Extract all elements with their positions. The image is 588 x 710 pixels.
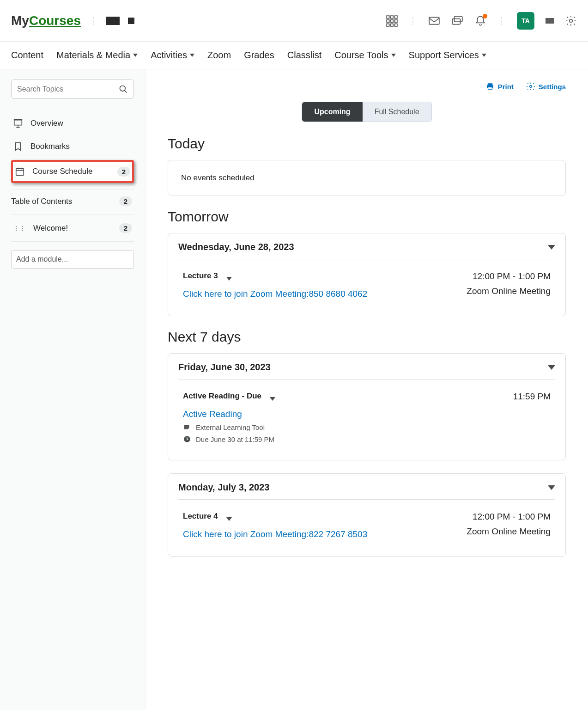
svg-rect-6 [387, 24, 389, 26]
clock-icon [183, 435, 191, 443]
lecture4-title-row: Lecture 4 [183, 512, 367, 521]
lecture4-zoom-link[interactable]: Click here to join Zoom Meeting:822 7267… [183, 529, 367, 539]
avatar[interactable]: TA [517, 12, 534, 30]
lecture3-title: Lecture 3 [183, 271, 218, 281]
expand-chevron-icon[interactable] [226, 517, 232, 521]
lecture3-event: Lecture 3 Click here to join Zoom Meetin… [178, 269, 555, 307]
sidebar-item-bookmarks[interactable]: Bookmarks [11, 135, 134, 158]
lecture4-left: Lecture 4 Click here to join Zoom Meetin… [183, 512, 367, 539]
tab-full-schedule[interactable]: Full Schedule [363, 102, 431, 122]
today-empty-card: No events scheduled [168, 160, 566, 196]
lecture3-time: 12:00 PM - 1:00 PM [467, 271, 551, 282]
redacted-block-3 [546, 18, 554, 24]
nav-activities[interactable]: Activities [151, 50, 194, 61]
collapse-chevron-icon[interactable] [548, 485, 555, 490]
settings-label: Settings [539, 83, 566, 91]
main-content: Print Settings Upcoming Full Schedule To… [145, 69, 588, 710]
collapse-chevron-icon[interactable] [548, 365, 555, 370]
gear-icon[interactable] [565, 15, 577, 27]
welcome-badge: 2 [119, 223, 132, 233]
svg-rect-4 [391, 19, 393, 22]
lecture3-title-row: Lecture 3 [183, 271, 367, 281]
tomorrow-heading: Tomorrow [168, 209, 566, 225]
main-actions: Print Settings [168, 82, 566, 91]
calendar-icon [15, 166, 25, 177]
search-input[interactable] [17, 85, 119, 93]
svg-rect-7 [391, 24, 393, 26]
nav-content[interactable]: Content [11, 50, 43, 61]
collapse-chevron-icon[interactable] [548, 245, 555, 250]
divider-dots-3: ⋮ [497, 16, 506, 26]
ext-tool-label: External Learning Tool [196, 423, 265, 431]
print-label: Print [498, 83, 514, 91]
tomorrow-date-header: Wednesday, June 28, 2023 [178, 242, 555, 259]
sidebar: Overview Bookmarks Course Schedule 2 Tab… [0, 69, 145, 710]
sidebar-item-course-schedule[interactable]: Course Schedule 2 [11, 160, 134, 183]
gear-icon [527, 82, 535, 91]
nav-grades[interactable]: Grades [244, 50, 274, 61]
sidebar-item-overview[interactable]: Overview [11, 112, 134, 135]
nav-support[interactable]: Support Services [409, 50, 486, 61]
active-reading-right: 11:59 PM [513, 392, 551, 443]
svg-rect-0 [387, 16, 389, 18]
nav-course-tools[interactable]: Course Tools [334, 50, 395, 61]
mail-icon[interactable] [428, 15, 440, 27]
bookmark-icon [13, 141, 23, 152]
svg-rect-3 [387, 19, 389, 22]
nav-materials[interactable]: Materials & Media [56, 50, 138, 61]
print-icon [486, 82, 494, 91]
lecture4-location: Zoom Online Meeting [467, 526, 551, 537]
logo-my: My [11, 13, 29, 28]
body: Overview Bookmarks Course Schedule 2 Tab… [0, 69, 588, 710]
active-reading-left: Active Reading - Due Active Reading Exte… [183, 392, 275, 443]
bell-icon[interactable] [474, 15, 486, 27]
print-button[interactable]: Print [486, 82, 514, 91]
today-heading: Today [168, 136, 566, 152]
active-reading-event: Active Reading - Due Active Reading Exte… [178, 390, 555, 452]
drag-handle-icon[interactable]: ⋮⋮ [13, 225, 26, 232]
svg-rect-19 [16, 169, 24, 176]
settings-button[interactable]: Settings [527, 82, 566, 91]
monday-date: Monday, July 3, 2023 [178, 482, 270, 493]
divider [11, 214, 134, 215]
active-reading-link[interactable]: Active Reading [183, 409, 242, 419]
search-box[interactable] [11, 80, 134, 99]
sidebar-item-welcome[interactable]: ⋮⋮ Welcome! 2 [11, 217, 134, 239]
nav-zoom[interactable]: Zoom [207, 50, 231, 61]
divider-dots: ⋮ [89, 16, 97, 26]
due-text: Due June 30 at 11:59 PM [196, 435, 274, 443]
search-icon [119, 85, 128, 94]
sidebar-toc-label: Table of Contents [11, 197, 72, 206]
add-module-input[interactable]: Add a module... [11, 250, 134, 269]
expand-chevron-icon[interactable] [270, 397, 275, 401]
top-header: MyCourses ⋮ ⋮ ⋮ TA [0, 0, 588, 42]
nav-grades-label: Grades [244, 50, 274, 61]
header-right: ⋮ ⋮ TA [386, 12, 577, 30]
chevron-down-icon [190, 54, 194, 57]
logo[interactable]: MyCourses [11, 13, 81, 28]
apps-icon[interactable] [386, 15, 398, 27]
chat-icon[interactable] [451, 15, 463, 27]
svg-point-12 [570, 19, 573, 22]
chevron-down-icon [133, 54, 138, 57]
logo-courses: Courses [29, 13, 81, 28]
toc-badge: 2 [119, 196, 132, 206]
sidebar-item-toc[interactable]: Table of Contents 2 [11, 190, 134, 213]
monday-card: Monday, July 3, 2023 Lecture 4 Click her… [168, 473, 566, 557]
active-reading-title: Active Reading - Due [183, 392, 261, 401]
lecture3-location: Zoom Online Meeting [467, 286, 551, 296]
nav-classlist[interactable]: Classlist [287, 50, 321, 61]
svg-rect-23 [487, 83, 492, 85]
due-row: Due June 30 at 11:59 PM [183, 435, 275, 443]
tomorrow-date: Wednesday, June 28, 2023 [178, 242, 294, 252]
lecture3-zoom-link[interactable]: Click here to join Zoom Meeting:850 8680… [183, 289, 367, 299]
friday-date-header: Friday, June 30, 2023 [178, 362, 555, 379]
divider [11, 241, 134, 242]
nav-activities-label: Activities [151, 50, 187, 61]
nav-materials-label: Materials & Media [56, 50, 130, 61]
tab-upcoming[interactable]: Upcoming [302, 102, 362, 122]
expand-chevron-icon[interactable] [226, 277, 232, 281]
sidebar-bookmarks-label: Bookmarks [30, 142, 70, 151]
lecture4-title: Lecture 4 [183, 512, 218, 521]
svg-rect-25 [488, 87, 492, 90]
